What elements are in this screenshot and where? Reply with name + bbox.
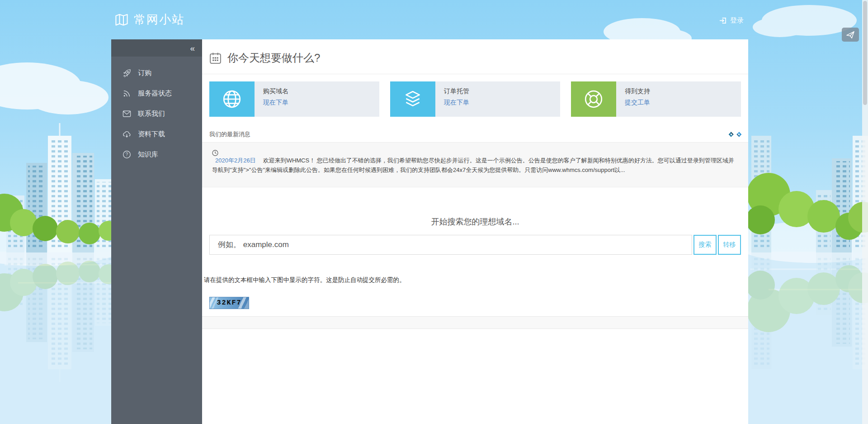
- feedback-button[interactable]: [842, 28, 859, 42]
- cloud-download-icon: [123, 130, 131, 138]
- sidebar-item-downloads[interactable]: 资料下载: [111, 124, 202, 144]
- news-next-button[interactable]: [736, 132, 741, 137]
- announcement-body: 欢迎来到WHMCS！ 您已经做出了不错的选择，我们希望帮助您尽快起步并运行。这是…: [212, 157, 734, 173]
- sidebar-collapse-button[interactable]: «: [190, 44, 195, 52]
- domain-search-heading: 开始搜索您的理想域名...: [202, 216, 748, 227]
- news-label: 我们的最新消息: [209, 130, 250, 138]
- sign-in-icon: [719, 17, 727, 24]
- announcement-date-link[interactable]: 2020年2月26日: [215, 157, 256, 164]
- screen: 常网小站 登录 «: [0, 0, 868, 424]
- sidebar-item-knowledgebase[interactable]: ? 知识库: [111, 144, 202, 165]
- footer-strip: [202, 316, 748, 329]
- domain-search-form: 搜索 转移: [209, 235, 741, 255]
- sidebar-item-label: 知识库: [138, 150, 158, 159]
- captcha-image: 32KF7: [209, 297, 249, 309]
- page-title: 你今天想要做什么?: [227, 51, 320, 65]
- domain-transfer-button[interactable]: 转移: [718, 235, 741, 255]
- action-cards: 购买域名 现在下单 订单托管 现在下单: [209, 81, 741, 117]
- card-order-hosting: 订单托管 现在下单: [390, 81, 560, 117]
- sidebar-item-label: 联系我们: [138, 110, 165, 118]
- card-get-support: 得到支持 提交工单: [571, 81, 741, 117]
- life-ring-icon: [571, 81, 616, 117]
- scrollbar[interactable]: [862, 0, 868, 424]
- sidebar-item-order[interactable]: 订购: [111, 63, 202, 83]
- announcement: 2020年2月26日欢迎来到WHMCS！ 您已经做出了不错的选择，我们希望帮助您…: [202, 142, 748, 187]
- news-prev-button[interactable]: [728, 132, 733, 137]
- city-left: [0, 123, 118, 252]
- brand-logo: 常网小站: [114, 12, 184, 28]
- sidebar-nav: 订购 服务器状态 联系: [111, 57, 202, 165]
- login-button[interactable]: 登录: [719, 16, 744, 25]
- sidebar-item-label: 订购: [138, 69, 151, 77]
- card-link-order-now[interactable]: 现在下单: [263, 99, 288, 107]
- sidebar-item-label: 服务器状态: [138, 89, 172, 98]
- sidebar: « 订购: [111, 39, 202, 424]
- news-row: 我们的最新消息: [209, 130, 741, 138]
- calendar-icon: [209, 52, 222, 64]
- rocket-icon: [123, 69, 131, 77]
- question-circle-icon: ?: [123, 150, 131, 159]
- main-panel: 你今天想要做什么? 购买域名 现在下单: [202, 39, 748, 424]
- login-label: 登录: [730, 16, 744, 25]
- domain-search-button[interactable]: 搜索: [693, 235, 717, 255]
- card-link-order-now[interactable]: 现在下单: [444, 99, 469, 107]
- sidebar-item-contact[interactable]: 联系我们: [111, 104, 202, 124]
- book-icon: [114, 14, 129, 26]
- card-title: 得到支持: [625, 87, 650, 95]
- envelope-icon: [123, 110, 131, 118]
- globe-icon: [209, 81, 255, 117]
- page-title-row: 你今天想要做什么?: [202, 39, 748, 74]
- sidebar-item-label: 资料下载: [138, 130, 165, 138]
- clock-icon: [212, 150, 738, 156]
- svg-text:?: ?: [126, 152, 128, 157]
- scrollbar-thumb[interactable]: [863, 1, 867, 105]
- signal-icon: [123, 89, 131, 98]
- captcha-code: 32KF7: [217, 299, 241, 307]
- sidebar-header: «: [111, 39, 202, 57]
- captcha-instruction: 请在提供的文本框中输入下图中显示的字符。这是防止自动提交所必需的。: [204, 276, 741, 284]
- card-buy-domain: 购买域名 现在下单: [209, 81, 379, 117]
- sidebar-item-server-status[interactable]: 服务器状态: [111, 83, 202, 104]
- brand-name: 常网小站: [134, 12, 184, 28]
- card-title: 购买域名: [263, 87, 288, 95]
- paper-plane-icon: [846, 31, 855, 39]
- news-carousel-arrows: [729, 133, 741, 136]
- topbar: 常网小站 登录: [0, 0, 868, 39]
- layers-icon: [390, 81, 435, 117]
- domain-search-input[interactable]: [209, 235, 692, 255]
- card-link-submit-ticket[interactable]: 提交工单: [625, 99, 650, 107]
- card-title: 订单托管: [444, 87, 469, 95]
